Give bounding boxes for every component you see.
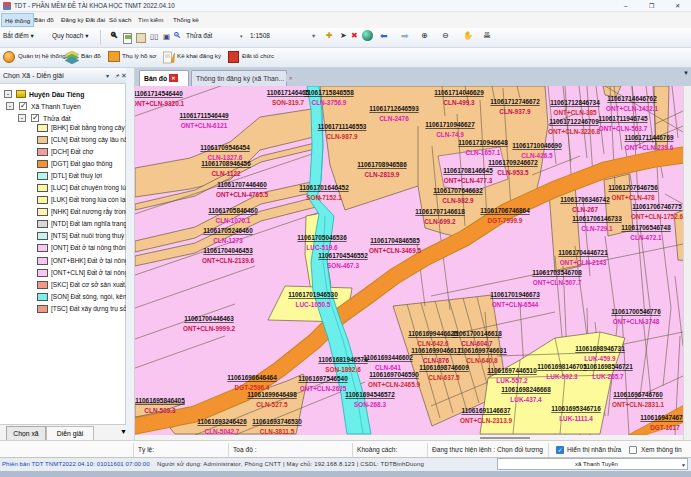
svg-text:11061714646762: 11061714646762	[607, 95, 657, 102]
svg-text:11061706746775: 11061706746775	[632, 203, 682, 210]
svg-text:CLN-641: CLN-641	[375, 364, 401, 371]
svg-text:11061699446625: 11061699446625	[408, 330, 458, 337]
svg-text:11061704546552: 11061704546552	[318, 252, 368, 259]
svg-text:11061698746609: 11061698746609	[419, 364, 469, 371]
svg-text:ONT+CLN-385: ONT+CLN-385	[553, 109, 597, 116]
svg-text:11061697046590: 11061697046590	[369, 371, 419, 378]
svg-text:11061705046536: 11061705046536	[297, 234, 347, 241]
svg-text:11061706746864: 11061706746864	[480, 207, 530, 214]
svg-text:CLN-637.5: CLN-637.5	[428, 374, 460, 381]
svg-text:CLN-937.9: CLN-937.9	[499, 108, 531, 115]
svg-text:DGT-2596.4: DGT-2596.4	[235, 384, 270, 391]
svg-text:CLN-3811.5: CLN-3811.5	[260, 428, 295, 435]
svg-text:11061710946648: 11061710946648	[458, 139, 508, 146]
svg-text:11061705246460: 11061705246460	[203, 227, 253, 234]
svg-text:11061714546440: 11061714546440	[135, 90, 183, 97]
svg-text:11061700146618: 11061700146618	[452, 330, 502, 337]
svg-text:SON-467.3: SON-467.3	[327, 262, 359, 269]
svg-text:SON-319.7: SON-319.7	[272, 99, 304, 106]
svg-text:110617146465: 110617146465	[267, 89, 310, 96]
svg-text:CLN-5042.7: CLN-5042.7	[205, 428, 240, 435]
svg-text:11061696646464: 11061696646464	[227, 374, 277, 381]
svg-text:11061711146553: 11061711146553	[318, 123, 367, 130]
svg-text:LUC-519.6: LUC-519.6	[306, 244, 338, 251]
svg-text:11061695846405: 11061695846405	[135, 397, 185, 404]
svg-text:ONT+CLN-478: ONT+CLN-478	[611, 194, 655, 201]
svg-text:11061708146645: 11061708146645	[443, 167, 493, 174]
svg-text:11061699646498: 11061699646498	[247, 391, 297, 398]
svg-text:11061694546572: 11061694546572	[345, 391, 395, 398]
svg-text:SON-1892.6: SON-1892.6	[325, 366, 361, 373]
svg-text:11061711546449: 11061711546449	[179, 112, 228, 119]
svg-text:CLN-499.3: CLN-499.3	[443, 99, 475, 106]
svg-text:CLN-729.1: CLN-729.1	[581, 225, 613, 232]
svg-text:ONT+CLN-1432.1: ONT+CLN-1432.1	[606, 105, 658, 112]
svg-text:DGT-1617: DGT-1617	[650, 424, 680, 431]
svg-text:CLN-876: CLN-876	[423, 357, 449, 364]
svg-text:11061707646756: 11061707646756	[608, 184, 658, 191]
svg-text:CLN-640.8: CLN-640.8	[466, 357, 498, 364]
svg-text:11061707446460: 11061707446460	[217, 181, 267, 188]
svg-text:11061710946627: 11061710946627	[425, 121, 475, 128]
svg-text:ONT+CLN-3748: ONT+CLN-3748	[613, 318, 660, 325]
svg-text:11061695346716: 11061695346716	[551, 405, 601, 412]
svg-text:CLN-604.7: CLN-604.7	[461, 340, 493, 347]
svg-text:ONT+CLN-2831.1: ONT+CLN-2831.1	[612, 401, 664, 408]
svg-text:11061693746530: 11061693746530	[252, 418, 302, 425]
svg-text:11061698146705: 11061698146705	[537, 363, 587, 370]
svg-text:11061698246668: 11061698246668	[501, 386, 551, 393]
svg-text:11061709246672: 11061709246672	[488, 159, 538, 166]
svg-text:11061705846460: 11061705846460	[208, 207, 258, 214]
svg-text:ONT+CLN-3469.5: ONT+CLN-3469.5	[369, 247, 421, 254]
svg-text:11061681946574: 11061681946574	[318, 356, 368, 363]
svg-text:ONT+CLN-9320.1: ONT+CLN-9320.1	[135, 100, 184, 107]
svg-text:11061698546721: 11061698546721	[583, 363, 633, 370]
svg-text:CLN-982.9: CLN-982.9	[442, 197, 474, 204]
svg-text:CLN-3756.9: CLN-3756.9	[312, 99, 347, 106]
svg-text:CLN-426.5: CLN-426.5	[521, 152, 553, 159]
svg-text:11061699046617: 11061699046617	[411, 347, 461, 354]
svg-text:11061706546748: 11061706546748	[621, 224, 671, 231]
svg-text:LUK-437.4: LUK-437.4	[510, 396, 542, 403]
svg-text:CLN-2476: CLN-2476	[379, 115, 409, 122]
svg-text:11061706146733: 11061706146733	[572, 215, 622, 222]
svg-text:11061701646452: 11061701646452	[299, 184, 349, 191]
svg-text:CLN-1122: CLN-1122	[211, 170, 241, 177]
svg-text:11061715846558: 11061715846558	[304, 89, 354, 96]
svg-text:11061703546708: 11061703546708	[532, 269, 582, 276]
svg-text:SON-7152.1: SON-7152.1	[306, 194, 342, 201]
svg-text:CLN-987.9: CLN-987.9	[326, 133, 358, 140]
svg-text:11061701946673: 11061701946673	[490, 291, 540, 298]
svg-text:CLN-2819.9: CLN-2819.9	[365, 171, 400, 178]
svg-text:CLN-1273: CLN-1273	[213, 237, 243, 244]
svg-text:ONT+CLN-4765.5: ONT+CLN-4765.5	[216, 191, 268, 198]
svg-text:11061712746672: 11061712746672	[490, 98, 540, 105]
svg-text:ONT+CLN-1752.6: ONT+CLN-1752.6	[631, 213, 683, 220]
svg-text:ONT+CLN-2313.9: ONT+CLN-2313.9	[460, 417, 512, 424]
svg-text:CLN-1070.1: CLN-1070.1	[216, 217, 251, 224]
svg-text:11061708946586: 11061708946586	[357, 161, 407, 168]
svg-text:LUC-1050.5: LUC-1050.5	[296, 301, 331, 308]
svg-text:ONT+CLN-563.7: ONT+CLN-563.7	[599, 125, 648, 132]
svg-text:11061712246709: 11061712246709	[549, 118, 599, 125]
svg-text:11061696746760: 11061696746760	[613, 391, 663, 398]
svg-text:11061704046453: 11061704046453	[203, 247, 253, 254]
svg-text:CLN-509.3: CLN-509.3	[144, 407, 176, 414]
svg-text:11061711946745: 11061711946745	[598, 115, 647, 122]
svg-text:ONT+CLN-2139.6: ONT+CLN-2139.6	[202, 257, 254, 264]
svg-text:11061709546454: 11061709546454	[200, 144, 250, 151]
svg-text:ONT+CLN-3226.8: ONT+CLN-3226.8	[548, 128, 600, 135]
svg-text:CLN-953.5: CLN-953.5	[497, 169, 529, 176]
svg-text:LUK-592.3: LUK-592.3	[546, 373, 578, 380]
svg-text:SON-268.3: SON-268.3	[354, 401, 386, 408]
svg-text:ONT+CLN-2465.9: ONT+CLN-2465.9	[368, 381, 420, 388]
svg-text:ONT+CLN-6544: ONT+CLN-6544	[492, 301, 539, 308]
svg-text:11061701946530: 11061701946530	[288, 291, 338, 298]
svg-text:CLN-642.6: CLN-642.6	[417, 340, 449, 347]
svg-text:11061708946456: 11061708946456	[201, 160, 251, 167]
svg-text:ONT+CLN-2625: ONT+CLN-2625	[300, 385, 347, 392]
svg-text:DGT-7999.9: DGT-7999.9	[488, 217, 523, 224]
svg-text:ONT+CLN-507.7: ONT+CLN-507.7	[533, 279, 582, 286]
svg-text:11061700546776: 11061700546776	[611, 308, 661, 315]
svg-text:ONT+CLN-6121: ONT+CLN-6121	[181, 122, 228, 129]
